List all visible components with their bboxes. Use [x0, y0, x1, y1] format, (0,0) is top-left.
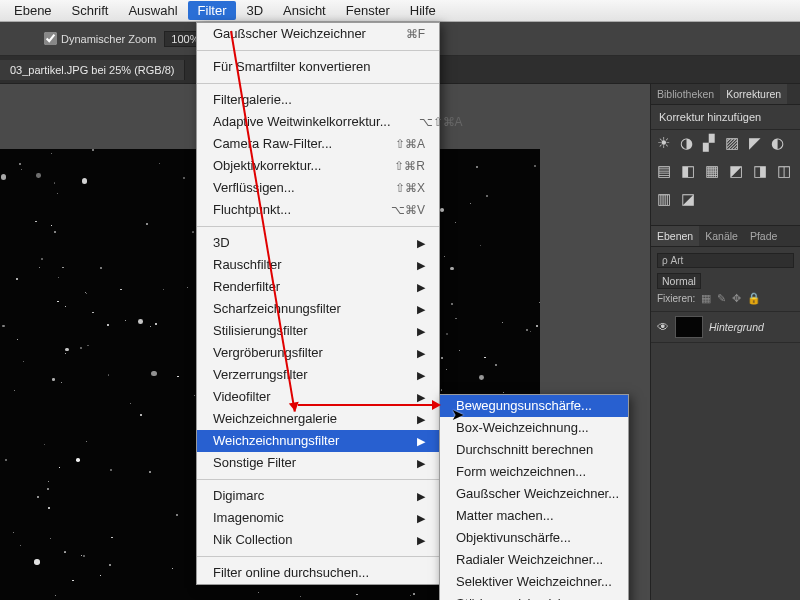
layer-filter-kind[interactable]: ρ Art: [657, 253, 794, 268]
adjustment-icon[interactable]: ◧: [681, 162, 695, 180]
application-menubar: Ebene Schrift Auswahl Filter 3D Ansicht …: [0, 0, 800, 22]
adjustment-icon[interactable]: ▞: [703, 134, 715, 152]
visibility-eye-icon[interactable]: 👁: [657, 320, 669, 334]
blend-mode-select[interactable]: Normal: [657, 273, 701, 289]
blur-submenu-item[interactable]: Gaußscher Weichzeichner...: [440, 483, 628, 505]
tab-kanaele[interactable]: Kanäle: [699, 226, 744, 246]
filter-menu-item[interactable]: Vergröberungsfilter▶: [197, 342, 439, 364]
menu-item-label: Bewegungsunschärfe...: [456, 397, 592, 415]
tab-bibliotheken[interactable]: Bibliotheken: [651, 84, 720, 104]
lock-pixels-icon[interactable]: ▦: [701, 292, 711, 305]
tab-pfade[interactable]: Pfade: [744, 226, 783, 246]
tab-ebenen[interactable]: Ebenen: [651, 226, 699, 246]
filter-menu-item[interactable]: Nik Collection▶: [197, 529, 439, 551]
menu-ebene[interactable]: Ebene: [4, 1, 62, 20]
adjustment-icon[interactable]: ◤: [749, 134, 761, 152]
filter-menu-item[interactable]: Weichzeichnungsfilter▶: [197, 430, 439, 452]
particle-dot: [59, 467, 60, 468]
filter-menu-item[interactable]: Digimarc▶: [197, 485, 439, 507]
blur-submenu-item[interactable]: Bewegungsunschärfe...: [440, 395, 628, 417]
layer-row-background[interactable]: 👁 Hintergrund: [651, 311, 800, 343]
filter-menu-item[interactable]: Stilisierungsfilter▶: [197, 320, 439, 342]
adjustment-icon[interactable]: ◩: [729, 162, 743, 180]
particle-dot: [1, 174, 7, 180]
blur-submenu-item[interactable]: Durchschnitt berechnen: [440, 439, 628, 461]
particle-dot: [356, 594, 357, 595]
menu-item-label: Vergröberungsfilter: [213, 344, 323, 362]
particle-dot: [450, 267, 454, 271]
document-tab[interactable]: 03_partikel.JPG bei 25% (RGB/8): [0, 60, 185, 80]
filter-menu-item[interactable]: Objektivkorrektur...⇧⌘R: [197, 155, 439, 177]
submenu-arrow-icon: ▶: [417, 531, 425, 549]
particle-dot: [54, 182, 56, 184]
lock-brush-icon[interactable]: ✎: [717, 292, 726, 305]
filter-menu-item[interactable]: Fluchtpunkt...⌥⌘V: [197, 199, 439, 221]
adjustment-icon[interactable]: ▥: [657, 190, 671, 208]
particle-dot: [92, 312, 94, 314]
filter-menu-item[interactable]: Für Smartfilter konvertieren: [197, 56, 439, 78]
lock-label: Fixieren:: [657, 293, 695, 304]
filter-menu-item[interactable]: Verzerrungsfilter▶: [197, 364, 439, 386]
adjustment-icon[interactable]: ◐: [771, 134, 784, 152]
layer-thumbnail[interactable]: [675, 316, 703, 338]
dynamic-zoom-checkbox[interactable]: Dynamischer Zoom: [44, 32, 156, 45]
adjustment-icon[interactable]: ◪: [681, 190, 695, 208]
blur-submenu-item[interactable]: Stärker weichzeichnen: [440, 593, 628, 600]
menu-hilfe[interactable]: Hilfe: [400, 1, 446, 20]
menu-item-shortcut: ⌥⌘V: [391, 201, 425, 219]
particle-dot: [140, 414, 142, 416]
particle-dot: [83, 555, 85, 557]
menu-item-label: Stilisierungsfilter: [213, 322, 308, 340]
layer-name[interactable]: Hintergrund: [709, 321, 764, 333]
filter-menu-item[interactable]: Verflüssigen...⇧⌘X: [197, 177, 439, 199]
filter-menu-item[interactable]: Sonstige Filter▶: [197, 452, 439, 474]
filter-menu-item[interactable]: Adaptive Weitwinkelkorrektur...⌥⇧⌘A: [197, 111, 439, 133]
blur-submenu-item[interactable]: Matter machen...: [440, 505, 628, 527]
menu-item-label: Weichzeichnergalerie: [213, 410, 337, 428]
menu-3d[interactable]: 3D: [236, 1, 273, 20]
menu-auswahl[interactable]: Auswahl: [118, 1, 187, 20]
particle-dot: [495, 364, 497, 366]
filter-menu-item[interactable]: Camera Raw-Filter...⇧⌘A: [197, 133, 439, 155]
blur-submenu-item[interactable]: Selektiver Weichzeichner...: [440, 571, 628, 593]
adjustment-icon[interactable]: ◑: [680, 134, 693, 152]
particle-dot: [444, 256, 446, 258]
blur-submenu-item[interactable]: Objektivunschärfe...: [440, 527, 628, 549]
filter-menu-item[interactable]: Renderfilter▶: [197, 276, 439, 298]
adjustment-icon[interactable]: ◨: [753, 162, 767, 180]
blur-submenu-item[interactable]: Box-Weichzeichnung...: [440, 417, 628, 439]
filter-menu-item[interactable]: Filter online durchsuchen...: [197, 562, 439, 584]
filter-menu-item[interactable]: Weichzeichnergalerie▶: [197, 408, 439, 430]
particle-dot: [502, 322, 503, 323]
lock-all-icon[interactable]: 🔒: [747, 292, 761, 305]
particle-dot: [413, 593, 415, 595]
adjustment-icon[interactable]: ▦: [705, 162, 719, 180]
particle-dot: [65, 353, 66, 354]
particle-dot: [526, 329, 528, 331]
particle-dot: [21, 169, 22, 170]
filter-menu-item[interactable]: 3D▶: [197, 232, 439, 254]
menu-ansicht[interactable]: Ansicht: [273, 1, 336, 20]
blur-submenu-item[interactable]: Form weichzeichnen...: [440, 461, 628, 483]
menu-filter[interactable]: Filter: [188, 1, 237, 20]
filter-menu-item[interactable]: Filtergalerie...: [197, 89, 439, 111]
menu-schrift[interactable]: Schrift: [62, 1, 119, 20]
filter-menu-item[interactable]: Imagenomic▶: [197, 507, 439, 529]
particle-dot: [155, 323, 157, 325]
filter-menu-item[interactable]: Rauschfilter▶: [197, 254, 439, 276]
lock-move-icon[interactable]: ✥: [732, 292, 741, 305]
dynamic-zoom-input[interactable]: [44, 32, 57, 45]
menu-fenster[interactable]: Fenster: [336, 1, 400, 20]
submenu-arrow-icon: ▶: [417, 432, 425, 450]
filter-menu-item[interactable]: Scharfzeichnungsfilter▶: [197, 298, 439, 320]
particle-dot: [125, 320, 126, 321]
adjustment-icon[interactable]: ▨: [725, 134, 739, 152]
adjustment-icon[interactable]: ◫: [777, 162, 791, 180]
particle-dot: [23, 361, 24, 362]
adjustment-icon[interactable]: ▤: [657, 162, 671, 180]
submenu-arrow-icon: ▶: [417, 410, 425, 428]
blur-submenu-item[interactable]: Radialer Weichzeichner...: [440, 549, 628, 571]
tab-korrekturen[interactable]: Korrekturen: [720, 84, 787, 104]
menu-item-label: Camera Raw-Filter...: [213, 135, 332, 153]
adjustment-icon[interactable]: ☀: [657, 134, 670, 152]
